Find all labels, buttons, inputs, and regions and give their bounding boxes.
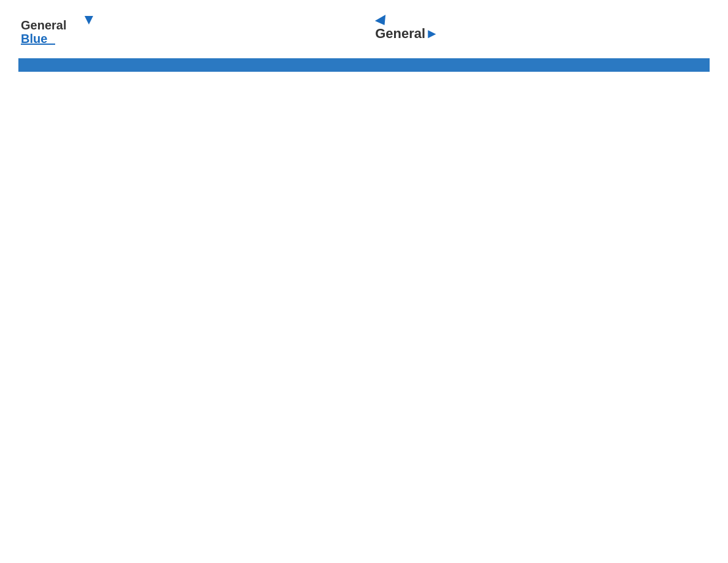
header-thursday: [414, 59, 512, 72]
logo-text-combined: General►: [375, 26, 439, 42]
svg-text:Blue: Blue: [21, 32, 47, 45]
calendar-table: [18, 58, 710, 72]
header-wednesday: [315, 59, 414, 72]
logo-render: General Blue: [18, 12, 104, 48]
header-sunday: [19, 59, 118, 72]
svg-marker-1: [85, 16, 93, 25]
page-header: General Blue General►: [18, 12, 710, 48]
weekday-header-row: [19, 59, 710, 72]
header-monday: [118, 59, 216, 72]
header-tuesday: [216, 59, 315, 72]
header-friday: [512, 59, 611, 72]
logo-svg: General Blue: [18, 12, 104, 46]
logo: General►: [375, 12, 439, 42]
svg-text:General: General: [21, 18, 66, 32]
header-saturday: [611, 59, 710, 72]
